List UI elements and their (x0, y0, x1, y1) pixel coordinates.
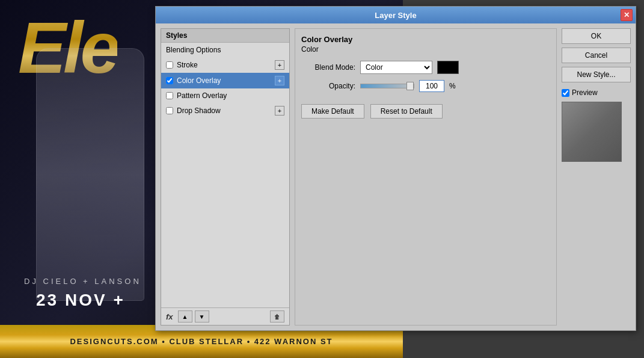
stroke-add-button[interactable]: + (275, 60, 284, 70)
opacity-row: Opacity: % (301, 80, 550, 92)
styles-panel: Styles Blending Options Stroke + Color O… (161, 28, 290, 326)
color-overlay-label: Color Overlay (177, 76, 271, 85)
fx-label: fx (166, 312, 173, 321)
bg-bottle (36, 48, 144, 301)
delete-icon: 🗑 (274, 313, 280, 320)
color-overlay-checkbox[interactable] (166, 77, 173, 84)
make-default-button[interactable]: Make Default (301, 104, 364, 119)
bg-date: 23 NOV + (36, 291, 125, 310)
opacity-label: Opacity: (301, 82, 355, 90)
pattern-overlay-checkbox[interactable] (166, 92, 173, 99)
drop-shadow-checkbox[interactable] (166, 107, 173, 114)
preview-box (562, 102, 622, 162)
blend-mode-row: Blend Mode: Color Normal Multiply Screen… (301, 61, 550, 74)
move-up-button[interactable]: ▲ (178, 310, 192, 323)
styles-list: Blending Options Stroke + Color Overlay … (161, 43, 289, 307)
styles-footer: fx ▲ ▼ 🗑 (161, 307, 289, 325)
right-panel: OK Cancel New Style... Preview (562, 28, 631, 326)
dialog-body: Styles Blending Options Stroke + Color O… (156, 23, 636, 330)
blend-mode-select[interactable]: Color Normal Multiply Screen Overlay (360, 61, 432, 74)
color-overlay-add-button[interactable]: + (275, 76, 284, 85)
blending-options-label: Blending Options (166, 46, 221, 54)
sidebar-item-drop-shadow[interactable]: Drop Shadow + (161, 103, 289, 119)
delete-button[interactable]: 🗑 (270, 310, 284, 323)
bg-dj: DJ CIELO + LANSON (24, 277, 141, 286)
color-swatch[interactable] (437, 61, 459, 74)
sidebar-item-color-overlay[interactable]: Color Overlay + (161, 73, 289, 88)
blend-mode-label: Blend Mode: (301, 63, 355, 72)
dialog-title: Layer Style (375, 11, 416, 20)
opacity-slider[interactable] (360, 84, 414, 88)
percent-sign: % (449, 82, 456, 90)
reset-default-button[interactable]: Reset to Default (370, 104, 443, 119)
preview-checkbox[interactable] (562, 89, 569, 97)
sidebar-item-blending-options[interactable]: Blending Options (161, 43, 289, 57)
action-buttons: Make Default Reset to Default (301, 104, 550, 119)
cancel-button[interactable]: Cancel (562, 48, 631, 63)
section-title: Color Overlay (301, 35, 550, 44)
ok-button[interactable]: OK (562, 28, 631, 44)
sidebar-item-pattern-overlay[interactable]: Pattern Overlay (161, 88, 289, 103)
preview-label: Preview (572, 88, 598, 97)
main-content: Color Overlay Color Blend Mode: Color No… (295, 28, 557, 326)
pattern-overlay-label: Pattern Overlay (177, 91, 284, 100)
section-subtitle: Color (301, 45, 550, 54)
drop-shadow-label: Drop Shadow (177, 106, 271, 115)
preview-section: Preview (562, 88, 631, 162)
preview-row: Preview (562, 88, 598, 97)
styles-header: Styles (161, 29, 289, 43)
new-style-button[interactable]: New Style... (562, 67, 631, 82)
stroke-label: Stroke (177, 61, 271, 69)
sidebar-item-stroke[interactable]: Stroke + (161, 57, 289, 73)
drop-shadow-add-button[interactable]: + (275, 106, 284, 116)
dialog-titlebar: Layer Style ✕ (156, 7, 636, 23)
move-down-button[interactable]: ▼ (195, 310, 209, 323)
layer-style-dialog: Layer Style ✕ Styles Blending Options St… (155, 6, 636, 331)
close-button[interactable]: ✕ (621, 9, 633, 21)
stroke-checkbox[interactable] (166, 61, 173, 69)
opacity-input[interactable] (419, 80, 444, 92)
